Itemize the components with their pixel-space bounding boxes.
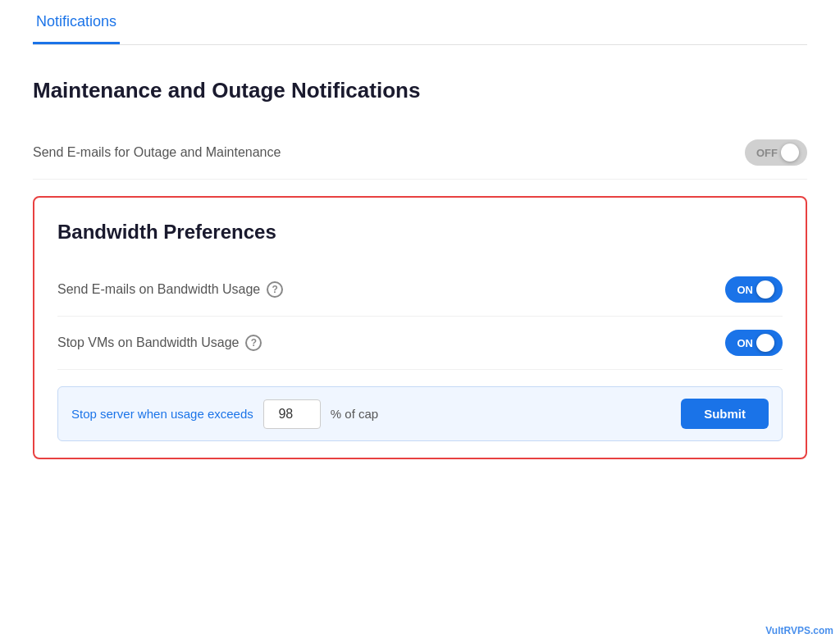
bandwidth-stopvm-label: Stop VMs on Bandwidth Usage ? — [57, 335, 262, 351]
bandwidth-email-toggle[interactable]: ON — [725, 276, 783, 303]
submit-button[interactable]: Submit — [681, 399, 769, 429]
maintenance-title: Maintenance and Outage Notifications — [33, 78, 807, 103]
bandwidth-email-row: Send E-mails on Bandwidth Usage ? ON — [57, 263, 783, 317]
maintenance-toggle-label: Send E-mails for Outage and Maintenance — [33, 145, 281, 160]
bandwidth-stopvm-toggle[interactable]: ON — [725, 330, 783, 356]
bandwidth-email-toggle-text: ON — [737, 284, 754, 296]
tab-header: Notifications — [33, 0, 807, 45]
maintenance-toggle-knob — [781, 144, 799, 162]
maintenance-toggle-text: OFF — [756, 147, 778, 159]
watermark: VultRVPS.com — [765, 625, 833, 636]
bandwidth-stopvm-toggle-knob — [756, 334, 774, 352]
page-container: Notifications Maintenance and Outage Not… — [0, 0, 840, 643]
tab-notifications[interactable]: Notifications — [33, 0, 120, 44]
bandwidth-email-label: Send E-mails on Bandwidth Usage ? — [57, 281, 283, 298]
maintenance-toggle-switch[interactable]: OFF — [745, 139, 807, 166]
maintenance-toggle-row: Send E-mails for Outage and Maintenance … — [33, 126, 807, 180]
stop-server-input[interactable] — [263, 399, 321, 429]
maintenance-section: Maintenance and Outage Notifications Sen… — [33, 78, 807, 180]
stop-server-unit: % of cap — [331, 407, 378, 421]
bandwidth-stopvm-toggle-text: ON — [737, 337, 754, 349]
stop-server-label: Stop server when usage exceeds — [71, 407, 253, 421]
bandwidth-email-help-icon[interactable]: ? — [267, 281, 283, 298]
bandwidth-email-toggle-knob — [756, 280, 774, 299]
bandwidth-box: Bandwidth Preferences Send E-mails on Ba… — [33, 196, 807, 459]
bandwidth-stopvm-help-icon[interactable]: ? — [245, 335, 262, 351]
bandwidth-stopvm-row: Stop VMs on Bandwidth Usage ? ON — [57, 317, 783, 370]
stop-server-row: Stop server when usage exceeds % of cap … — [57, 386, 783, 441]
bandwidth-title: Bandwidth Preferences — [57, 221, 783, 244]
